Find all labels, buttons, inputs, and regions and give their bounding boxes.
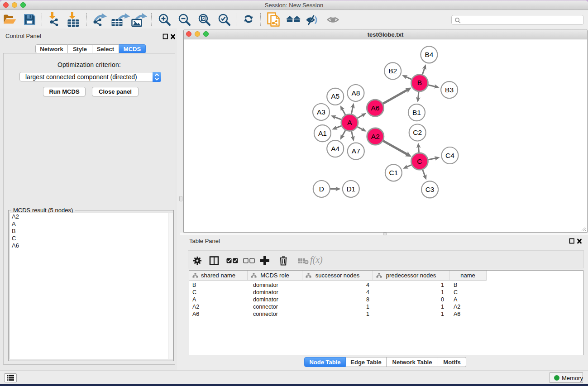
svg-text:A2: A2 (371, 133, 380, 140)
svg-text:A8: A8 (351, 89, 360, 97)
svg-text:B2: B2 (388, 67, 397, 75)
svg-text:C2: C2 (413, 129, 422, 136)
svg-text:A1: A1 (318, 129, 327, 137)
svg-text:C1: C1 (389, 169, 398, 176)
svg-text:C: C (417, 157, 422, 165)
svg-text:A6: A6 (371, 104, 379, 112)
svg-text:D: D (319, 185, 324, 193)
svg-text:D1: D1 (346, 185, 355, 193)
svg-text:B: B (417, 79, 422, 86)
svg-text:B1: B1 (412, 109, 421, 116)
svg-text:B3: B3 (445, 86, 454, 94)
svg-text:A4: A4 (331, 145, 339, 152)
svg-text:A7: A7 (352, 147, 360, 155)
svg-text:C3: C3 (425, 186, 435, 193)
svg-text:C4: C4 (445, 152, 454, 159)
svg-text:A: A (347, 119, 352, 126)
svg-text:A5: A5 (331, 92, 339, 100)
svg-text:A3: A3 (317, 108, 325, 116)
svg-text:B4: B4 (425, 51, 433, 58)
